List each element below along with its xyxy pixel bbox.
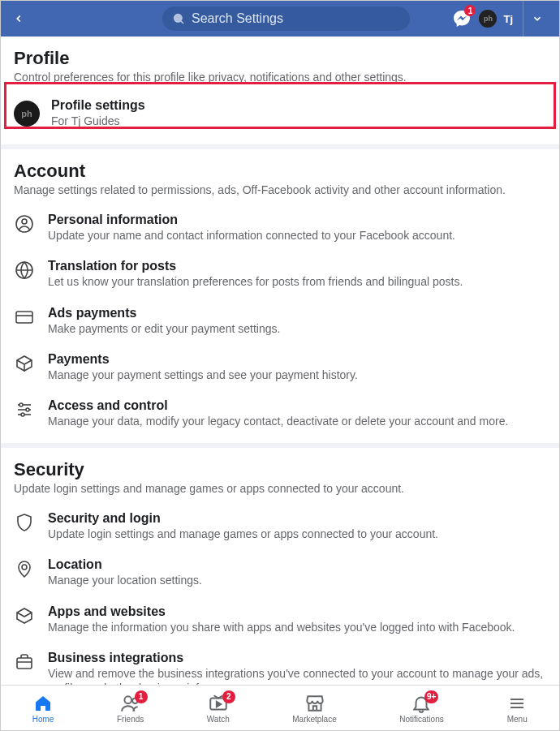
svg-point-10 [19,403,23,406]
section-title: Account [14,161,546,182]
tab-badge: 9+ [424,690,438,703]
tab-friends[interactable]: 1 Friends [117,693,144,724]
friends-icon: 1 [120,693,141,714]
svg-rect-14 [17,658,32,669]
tab-label: Friends [117,715,144,724]
tab-label: Home [32,715,54,724]
section-subtitle: Control preferences for this profile lik… [14,71,546,84]
svg-point-15 [124,696,131,703]
svg-point-12 [21,413,24,416]
briefcase-icon [14,651,35,673]
svg-point-3 [22,219,27,224]
section-security: Security Update login settings and manag… [1,448,559,686]
row-payments[interactable]: PaymentsManage your payment settings and… [14,344,546,390]
section-title: Profile [14,48,546,69]
row-security-login[interactable]: Security and loginUpdate login settings … [14,503,546,549]
tab-badge: 1 [135,690,148,703]
svg-point-13 [22,565,27,570]
row-title: Apps and websites [48,604,546,619]
bottom-navigation: Home 1 Friends 2 Watch Marketplace 9+ No… [1,685,559,730]
sliders-icon [14,399,35,420]
globe-icon [14,260,35,281]
row-title: Translation for posts [48,259,546,273]
apps-box-icon [14,605,35,626]
tab-label: Notifications [399,715,443,724]
row-subtitle: Update login settings and manage games o… [48,527,546,541]
row-location[interactable]: LocationManage your location settings. [14,549,546,596]
row-subtitle: Manage your data, modify your legacy con… [48,414,546,428]
tab-watch[interactable]: 2 Watch [207,693,230,724]
menu-icon [506,693,528,714]
messenger-button[interactable]: 1 [451,8,472,29]
row-title: Personal information [48,213,546,227]
row-apps-websites[interactable]: Apps and websitesManage the information … [14,596,546,643]
section-title: Security [14,459,546,480]
row-access-control[interactable]: Access and controlManage your data, modi… [14,390,546,436]
row-subtitle: Manage your location settings. [48,573,546,587]
row-ads-payments[interactable]: Ads paymentsMake payments or edit your p… [14,298,546,344]
row-subtitle: View and remove the business integration… [48,666,546,686]
row-subtitle: Manage your payment settings and see you… [48,368,546,382]
row-personal-information[interactable]: Personal informationUpdate your name and… [14,204,546,251]
search-bar[interactable] [162,6,410,31]
row-title: Ads payments [48,306,546,320]
row-business-integrations[interactable]: Business integrationsView and remove the… [14,643,546,686]
tab-notifications[interactable]: 9+ Notifications [399,693,443,724]
section-subtitle: Manage settings related to permissions, … [14,183,546,196]
box-icon [14,353,35,374]
watch-icon: 2 [208,693,229,714]
svg-line-1 [181,21,183,24]
user-name: Tj [503,13,513,25]
chevron-down-icon [532,13,543,24]
profile-avatar-icon: ph [14,101,40,127]
section-subtitle: Update login settings and manage games o… [14,482,546,495]
section-profile: Profile Control preferences for this pro… [1,37,559,149]
back-button[interactable] [9,13,28,24]
tab-label: Marketplace [292,715,336,724]
row-subtitle: For Tj Guides [51,114,546,128]
row-title: Payments [48,352,546,367]
tab-label: Watch [207,715,230,724]
svg-point-0 [174,15,182,22]
svg-rect-5 [16,312,32,323]
row-title: Security and login [48,511,546,526]
content-area: Profile Control preferences for this pro… [1,37,559,686]
marketplace-icon [304,693,325,714]
app-header: 1 ph Tj [1,1,559,37]
tab-marketplace[interactable]: Marketplace [292,693,336,724]
tab-badge: 2 [222,690,235,703]
messenger-badge: 1 [464,5,476,16]
user-circle-icon [14,213,35,234]
search-icon [172,12,185,25]
credit-card-icon [14,307,35,328]
shield-icon [14,512,35,533]
bell-icon: 9+ [411,693,432,714]
row-subtitle: Let us know your translation preferences… [48,274,546,289]
row-title: Business integrations [48,651,546,665]
tab-label: Menu [507,715,528,724]
svg-point-11 [26,408,29,411]
row-subtitle: Update your name and contact information… [48,228,546,243]
row-title: Access and control [48,398,546,413]
section-account: Account Manage settings related to permi… [1,149,559,448]
row-subtitle: Make payments or edit your payment setti… [48,321,546,336]
user-avatar[interactable]: ph [479,10,497,28]
account-dropdown[interactable] [523,1,551,37]
search-input[interactable] [192,11,400,26]
row-title: Profile settings [51,98,546,113]
profile-settings-row[interactable]: ph Profile settings For Tj Guides [14,92,546,138]
row-translation[interactable]: Translation for postsLet us know your tr… [14,251,546,297]
tab-home[interactable]: Home [32,693,54,724]
location-pin-icon [14,558,35,579]
row-subtitle: Manage the information you share with ap… [48,620,546,634]
home-icon [32,693,54,714]
tab-menu[interactable]: Menu [506,693,528,724]
row-title: Location [48,557,546,572]
